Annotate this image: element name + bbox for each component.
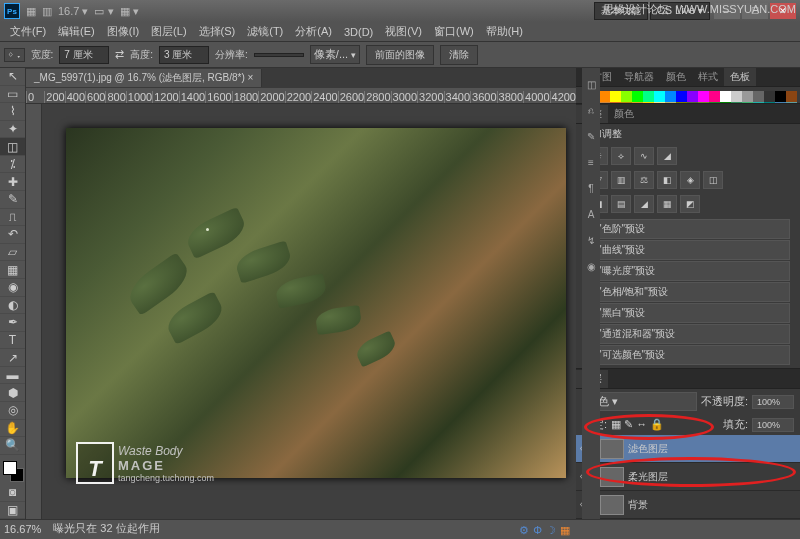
resolution-field[interactable] bbox=[254, 53, 304, 57]
swatch[interactable] bbox=[786, 91, 797, 102]
resolution-unit[interactable]: 像素/... ▾ bbox=[310, 45, 360, 64]
marquee-tool[interactable]: ▭ bbox=[0, 86, 25, 104]
eyedropper-tool[interactable]: ⁒ bbox=[0, 156, 25, 174]
stamp-tool[interactable]: ⎍ bbox=[0, 209, 25, 227]
swatch[interactable] bbox=[775, 91, 786, 102]
swatch[interactable] bbox=[687, 91, 698, 102]
adj-hue-icon[interactable]: ▥ bbox=[611, 171, 631, 189]
menu-layer[interactable]: 图层(L) bbox=[145, 24, 192, 39]
tab-navigator[interactable]: 导航器 bbox=[618, 68, 660, 86]
adj-exposure-icon[interactable]: ◢ bbox=[657, 147, 677, 165]
front-image-button[interactable]: 前面的图像 bbox=[366, 45, 434, 65]
swatch[interactable] bbox=[643, 91, 654, 102]
tray-icon-3[interactable]: ☽ bbox=[546, 524, 556, 537]
swatch[interactable] bbox=[753, 91, 764, 102]
blur-tool[interactable]: ◉ bbox=[0, 279, 25, 297]
history-brush-tool[interactable]: ↶ bbox=[0, 226, 25, 244]
status-zoom[interactable]: 16.67% bbox=[4, 523, 41, 535]
menu-view[interactable]: 视图(V) bbox=[379, 24, 428, 39]
swatch[interactable] bbox=[621, 91, 632, 102]
layer-thumbnail[interactable] bbox=[600, 495, 624, 515]
preset-item[interactable]: "色相/饱和"预设 bbox=[586, 282, 790, 302]
swatch[interactable] bbox=[632, 91, 643, 102]
adj-gradient-icon[interactable]: ▦ bbox=[657, 195, 677, 213]
pen-tool[interactable]: ✒ bbox=[0, 314, 25, 332]
menu-edit[interactable]: 编辑(E) bbox=[52, 24, 101, 39]
adj-photo-icon[interactable]: ◈ bbox=[680, 171, 700, 189]
panel-icon-5[interactable]: ¶ bbox=[582, 176, 600, 200]
swatch[interactable] bbox=[764, 91, 775, 102]
panel-icon-6[interactable]: A bbox=[582, 202, 600, 226]
menu-3d[interactable]: 3D(D) bbox=[338, 26, 379, 38]
menu-analysis[interactable]: 分析(A) bbox=[289, 24, 338, 39]
panel-icon-3[interactable]: ✎ bbox=[582, 124, 600, 148]
tab-masks[interactable]: 颜色 bbox=[608, 105, 640, 123]
menu-help[interactable]: 帮助(H) bbox=[480, 24, 529, 39]
panel-icon-7[interactable]: ↯ bbox=[582, 228, 600, 252]
tray-icon-1[interactable]: ⚙ bbox=[519, 524, 529, 537]
menu-image[interactable]: 图像(I) bbox=[101, 24, 145, 39]
adj-mixer-icon[interactable]: ◫ bbox=[703, 171, 723, 189]
panel-icon-2[interactable]: ⎌ bbox=[582, 98, 600, 122]
path-tool[interactable]: ↗ bbox=[0, 349, 25, 367]
menu-filter[interactable]: 滤镜(T) bbox=[241, 24, 289, 39]
swatch[interactable] bbox=[742, 91, 753, 102]
tab-styles[interactable]: 样式 bbox=[692, 68, 724, 86]
swatch[interactable] bbox=[610, 91, 621, 102]
menu-select[interactable]: 选择(S) bbox=[193, 24, 242, 39]
swatch[interactable] bbox=[599, 91, 610, 102]
healing-tool[interactable]: ✚ bbox=[0, 173, 25, 191]
swatch[interactable] bbox=[709, 91, 720, 102]
arrange-icon[interactable]: ▦ ▾ bbox=[120, 5, 139, 18]
bridge-icon[interactable]: ▦ bbox=[26, 5, 36, 18]
tool-preset[interactable]: ᛜ ▾ bbox=[4, 48, 25, 62]
adj-posterize-icon[interactable]: ▤ bbox=[611, 195, 631, 213]
swatch[interactable] bbox=[676, 91, 687, 102]
hand-tool[interactable]: ✋ bbox=[0, 420, 25, 438]
canvas[interactable] bbox=[66, 128, 566, 478]
view-icon[interactable]: ▭ ▾ bbox=[94, 5, 113, 18]
layer-row[interactable]: 👁背景 bbox=[576, 491, 800, 519]
preset-item[interactable]: "可选颜色"预设 bbox=[586, 345, 790, 365]
adj-curves-icon[interactable]: ∿ bbox=[634, 147, 654, 165]
adj-levels-icon[interactable]: ⟡ bbox=[611, 147, 631, 165]
preset-item[interactable]: "黑白"预设 bbox=[586, 303, 790, 323]
move-tool[interactable]: ↖ bbox=[0, 68, 25, 86]
clear-button[interactable]: 清除 bbox=[440, 45, 478, 65]
minibridge-icon[interactable]: ▥ bbox=[42, 5, 52, 18]
3d-tool[interactable]: ⬢ bbox=[0, 384, 25, 402]
lasso-tool[interactable]: ⌇ bbox=[0, 103, 25, 121]
zoom-level[interactable]: 16.7 ▾ bbox=[58, 5, 88, 18]
adj-balance-icon[interactable]: ⚖ bbox=[634, 171, 654, 189]
tray-icon-4[interactable]: ▦ bbox=[560, 524, 570, 537]
menu-file[interactable]: 文件(F) bbox=[4, 24, 52, 39]
tab-color[interactable]: 颜色 bbox=[660, 68, 692, 86]
adj-selective-icon[interactable]: ◩ bbox=[680, 195, 700, 213]
quickmask-tool[interactable]: ◙ bbox=[0, 484, 25, 502]
wand-tool[interactable]: ✦ bbox=[0, 121, 25, 139]
menu-window[interactable]: 窗口(W) bbox=[428, 24, 480, 39]
panel-icon-8[interactable]: ◉ bbox=[582, 254, 600, 278]
fill-field[interactable]: 100% bbox=[752, 418, 794, 432]
gradient-tool[interactable]: ▦ bbox=[0, 261, 25, 279]
swatch[interactable] bbox=[698, 91, 709, 102]
swatches-grid[interactable] bbox=[576, 87, 800, 103]
preset-item[interactable]: "色阶"预设 bbox=[586, 219, 790, 239]
zoom-tool[interactable]: 🔍 bbox=[0, 437, 25, 455]
swatch[interactable] bbox=[720, 91, 731, 102]
panel-icon-1[interactable]: ◫ bbox=[582, 72, 600, 96]
layer-thumbnail[interactable] bbox=[600, 439, 624, 459]
adj-bw-icon[interactable]: ◧ bbox=[657, 171, 677, 189]
preset-item[interactable]: "通道混和器"预设 bbox=[586, 324, 790, 344]
crop-tool[interactable]: ◫ bbox=[0, 138, 25, 156]
type-tool[interactable]: T bbox=[0, 332, 25, 350]
screenmode-tool[interactable]: ▣ bbox=[0, 502, 25, 520]
eraser-tool[interactable]: ▱ bbox=[0, 244, 25, 262]
swatch[interactable] bbox=[731, 91, 742, 102]
width-field[interactable]: 7 厘米 bbox=[59, 46, 109, 64]
swatch[interactable] bbox=[665, 91, 676, 102]
dodge-tool[interactable]: ◐ bbox=[0, 297, 25, 315]
preset-item[interactable]: "曲线"预设 bbox=[586, 240, 790, 260]
swap-icon[interactable]: ⇄ bbox=[115, 48, 124, 61]
color-picker[interactable] bbox=[0, 459, 25, 484]
